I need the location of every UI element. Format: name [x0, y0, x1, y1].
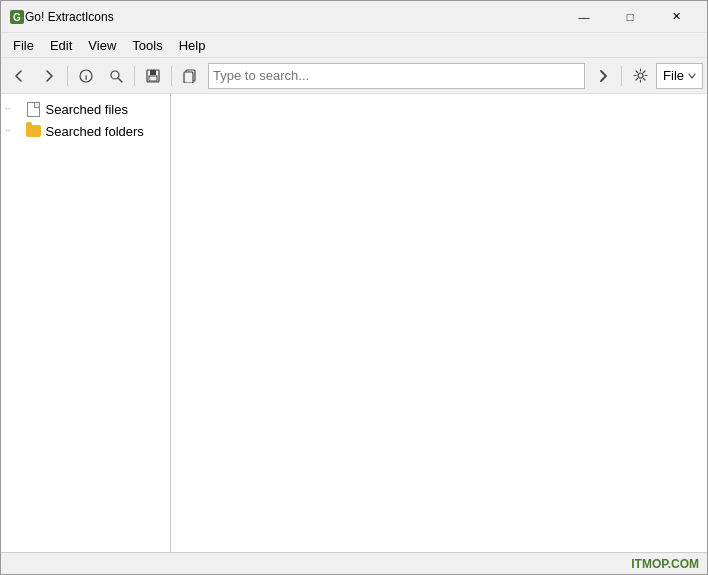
sidebar: ·· Searched files ·· Searched folders: [1, 94, 171, 552]
search-icon: [109, 69, 123, 83]
dropdown-arrow-icon: [688, 73, 696, 79]
svg-point-11: [638, 73, 643, 78]
menu-tools[interactable]: Tools: [124, 36, 170, 55]
title-bar: G Go! ExtractIcons — □ ✕: [1, 1, 707, 33]
expand-icon-1: [12, 103, 24, 115]
content-area: [171, 94, 707, 552]
close-button[interactable]: ✕: [653, 1, 699, 33]
tree-label-searched-files: Searched files: [46, 102, 128, 117]
expand-icon-2: [12, 125, 24, 137]
menu-bar: File Edit View Tools Help: [1, 33, 707, 58]
folder-icon-shape-1: [26, 125, 41, 137]
status-bar: ITMOP.COM: [1, 552, 707, 574]
minimize-button[interactable]: —: [561, 1, 607, 33]
tree-item-searched-folders[interactable]: ·· Searched folders: [1, 120, 170, 142]
settings-button[interactable]: [626, 62, 654, 90]
info-icon: i: [79, 69, 93, 83]
main-window: G Go! ExtractIcons — □ ✕ File Edit View …: [0, 0, 708, 575]
file-icon-1: [26, 101, 42, 117]
info-button[interactable]: i: [72, 62, 100, 90]
forward-icon: [42, 69, 56, 83]
toolbar-separator-3: [171, 66, 172, 86]
file-dropdown-label: File: [663, 68, 684, 83]
toolbar-separator-1: [67, 66, 68, 86]
svg-text:G: G: [13, 12, 21, 23]
back-icon: [12, 69, 26, 83]
copy-button[interactable]: [176, 62, 204, 90]
window-controls: — □ ✕: [561, 1, 699, 33]
svg-rect-10: [184, 72, 193, 83]
go-button[interactable]: [589, 62, 617, 90]
svg-text:i: i: [85, 73, 87, 82]
main-content: ·· Searched files ·· Searched folders: [1, 94, 707, 552]
folder-icon-1: [26, 123, 42, 139]
tree-item-searched-files[interactable]: ·· Searched files: [1, 98, 170, 120]
settings-icon: [633, 68, 648, 83]
forward-button[interactable]: [35, 62, 63, 90]
svg-rect-7: [150, 70, 156, 75]
toolbar: i: [1, 58, 707, 94]
go-icon: [596, 69, 610, 83]
save-button[interactable]: [139, 62, 167, 90]
file-dropdown-button[interactable]: File: [656, 63, 703, 89]
menu-help[interactable]: Help: [171, 36, 214, 55]
maximize-button[interactable]: □: [607, 1, 653, 33]
toolbar-separator-2: [134, 66, 135, 86]
tree-dots-2: ··: [5, 126, 11, 136]
search-input[interactable]: [213, 68, 580, 83]
save-icon: [146, 69, 160, 83]
copy-icon: [183, 69, 197, 83]
menu-file[interactable]: File: [5, 36, 42, 55]
file-icon-shape-1: [27, 102, 40, 117]
tree-label-searched-folders: Searched folders: [46, 124, 144, 139]
search-container: [208, 63, 585, 89]
svg-line-5: [118, 78, 122, 82]
app-icon: G: [9, 9, 25, 25]
menu-edit[interactable]: Edit: [42, 36, 80, 55]
search-button[interactable]: [102, 62, 130, 90]
toolbar-separator-4: [621, 66, 622, 86]
back-button[interactable]: [5, 62, 33, 90]
tree-dots-1: ··: [5, 104, 11, 114]
window-title: Go! ExtractIcons: [25, 10, 561, 24]
menu-view[interactable]: View: [80, 36, 124, 55]
watermark-text: ITMOP.COM: [631, 557, 699, 571]
svg-rect-8: [149, 76, 157, 81]
